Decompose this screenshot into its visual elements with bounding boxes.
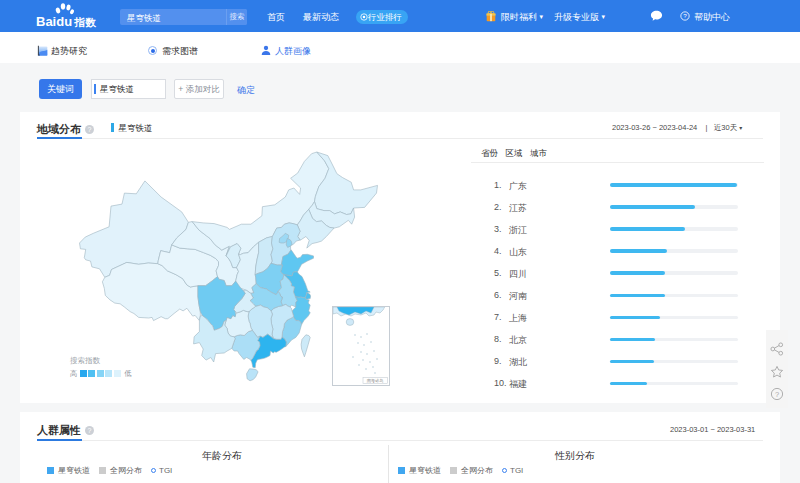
svg-text:南海诸岛: 南海诸岛: [367, 378, 384, 383]
svg-text:?: ?: [683, 12, 687, 19]
svg-text:?: ?: [775, 390, 779, 399]
